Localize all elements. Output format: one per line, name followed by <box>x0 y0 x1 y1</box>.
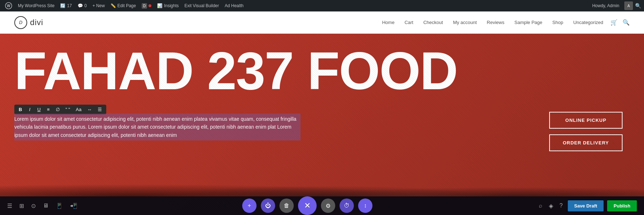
bottom-toolbar: ☰ ⊞ ⊙ 🖥 📱 📲 + ⏻ 🗑 ✕ ⚙ ⏱ ↕ ⌕ ◈ ? Save Dra… <box>0 196 644 215</box>
howdy-label: Howdy, Admin <box>589 3 622 8</box>
order-delivery-button[interactable]: ORDER DELIVERY <box>549 134 623 151</box>
ad-health-label: Ad Health <box>225 3 244 8</box>
logo-letter: D <box>19 20 22 25</box>
text-formatting-toolbar: B I U ≡ ∅ " " Aa ↔ ☰ <box>14 105 106 114</box>
hamburger-icon[interactable]: ☰ <box>7 202 12 209</box>
underline-button[interactable]: U <box>36 106 42 113</box>
publish-button[interactable]: Publish <box>607 200 637 211</box>
grid-icon[interactable]: ⊞ <box>19 202 24 209</box>
comments-count: 0 <box>84 3 87 8</box>
bottom-center-tools: + ⏻ 🗑 ✕ ⚙ ⏱ ↕ <box>77 196 537 215</box>
nav-reviews[interactable]: Reviews <box>487 20 504 25</box>
nav-sample-page[interactable]: Sample Page <box>514 20 542 25</box>
nav-bar: D divi Home Cart Checkout My account Rev… <box>0 11 644 34</box>
search-admin-icon[interactable]: 🔍 <box>635 3 641 9</box>
font-button[interactable]: Aa <box>74 106 83 113</box>
logo-circle: D <box>14 16 27 29</box>
tablet-icon[interactable]: 📱 <box>56 202 63 209</box>
nav-checkout[interactable]: Checkout <box>423 20 443 25</box>
power-button[interactable]: ⏻ <box>261 199 275 213</box>
new-label: + New <box>93 3 105 8</box>
help-icon[interactable]: ? <box>558 201 564 210</box>
hero-section: Fahad 237 Food B I U ≡ ∅ " " Aa ↔ ☰ Lore… <box>0 34 644 215</box>
divi-logo-item[interactable]: D <box>140 0 153 11</box>
red-dot <box>148 4 151 7</box>
hero-title: Fahad 237 Food <box>0 34 644 97</box>
updates-count: 17 <box>67 3 72 8</box>
edit-page-label: Edit Page <box>117 3 136 8</box>
strikethrough-button[interactable]: ∅ <box>54 106 61 113</box>
svg-text:W: W <box>7 4 10 8</box>
nav-links: Home Cart Checkout My account Reviews Sa… <box>382 20 603 25</box>
nav-my-account[interactable]: My account <box>453 20 477 25</box>
comments-item[interactable]: 💬 0 <box>75 0 89 11</box>
zoom-icon[interactable]: ⌕ <box>537 201 544 210</box>
save-draft-button[interactable]: Save Draft <box>568 200 604 211</box>
wp-logo-item[interactable]: W <box>3 0 14 11</box>
settings-button[interactable]: ⚙ <box>321 199 335 213</box>
exit-visual-builder-item[interactable]: Exit Visual Builder <box>182 0 221 11</box>
comments-icon: 💬 <box>78 3 83 8</box>
delete-button[interactable]: 🗑 <box>279 199 294 213</box>
edit-page-item[interactable]: ✏️ Edit Page <box>108 0 138 11</box>
bottom-right-tools: ⌕ ◈ ? Save Draft Publish <box>537 200 637 211</box>
site-name-item[interactable]: My WordPress Site <box>16 0 57 11</box>
list-button[interactable]: ☰ <box>96 106 103 113</box>
hero-text-area: B I U ≡ ∅ " " Aa ↔ ☰ Lorem ipsum dolor s… <box>14 105 301 140</box>
logo-text: divi <box>30 18 43 27</box>
updates-icon: 🔄 <box>60 3 65 8</box>
link-button[interactable]: ↔ <box>86 106 93 113</box>
search-bottom-icon[interactable]: ⊙ <box>31 202 36 209</box>
logo-area: D divi <box>14 16 43 29</box>
quote-button[interactable]: " " <box>64 106 72 113</box>
timer-button[interactable]: ⏱ <box>340 199 354 213</box>
hero-text-selected[interactable]: Lorem ipsum dolor sit amet consectetur a… <box>14 114 301 140</box>
resize-button[interactable]: ↕ <box>358 199 372 213</box>
italic-button[interactable]: I <box>26 106 33 113</box>
insights-item[interactable]: 📊 Insights <box>155 0 181 11</box>
bar-chart-icon: 📊 <box>157 3 162 8</box>
online-pickup-button[interactable]: ONLINE PICKUP <box>549 112 623 129</box>
admin-bar: W My WordPress Site 🔄 17 💬 0 + New ✏️ Ed… <box>0 0 644 11</box>
bold-button[interactable]: B <box>17 106 24 113</box>
admin-bar-right: Howdy, Admin A 🔍 <box>589 1 641 10</box>
new-item[interactable]: + New <box>91 0 107 11</box>
mobile-icon[interactable]: 📲 <box>70 202 77 209</box>
nav-shop[interactable]: Shop <box>552 20 563 25</box>
admin-avatar: A <box>624 1 633 10</box>
align-button[interactable]: ≡ <box>45 106 52 113</box>
search-nav-icon[interactable]: 🔍 <box>623 19 630 26</box>
insights-label: Insights <box>164 3 179 8</box>
close-button[interactable]: ✕ <box>298 196 317 215</box>
hero-cta: ONLINE PICKUP ORDER DELIVERY <box>549 112 630 151</box>
desktop-icon[interactable]: 🖥 <box>43 202 49 209</box>
layers-icon[interactable]: ◈ <box>547 201 555 211</box>
bottom-left-tools: ☰ ⊞ ⊙ 🖥 📱 📲 <box>7 202 77 209</box>
ad-health-item[interactable]: Ad Health <box>223 0 246 11</box>
edit-icon: ✏️ <box>111 3 116 8</box>
nav-uncategorized[interactable]: Uncategorized <box>573 20 603 25</box>
nav-icons: 🛒 🔍 <box>610 19 630 26</box>
exit-vb-label: Exit Visual Builder <box>185 3 219 8</box>
cart-icon[interactable]: 🛒 <box>610 19 618 26</box>
divi-icon: D <box>142 3 147 9</box>
site-name-label: My WordPress Site <box>18 3 54 8</box>
updates-item[interactable]: 🔄 17 <box>58 0 74 11</box>
add-module-button[interactable]: + <box>242 199 257 213</box>
nav-home[interactable]: Home <box>382 20 395 25</box>
nav-cart[interactable]: Cart <box>405 20 414 25</box>
